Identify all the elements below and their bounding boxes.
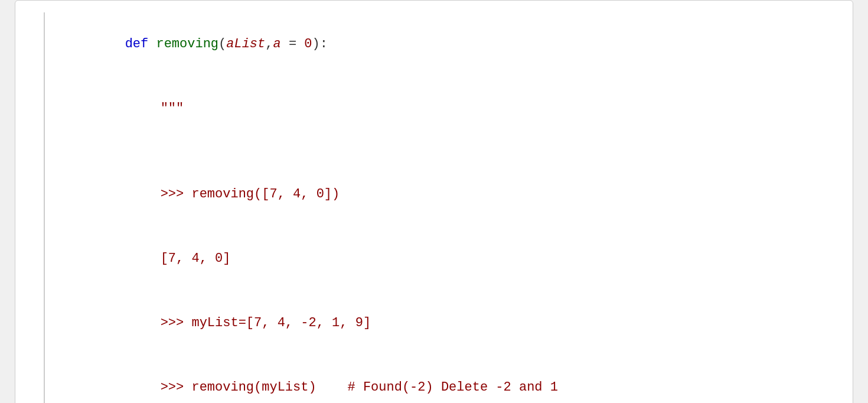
output-1: [7, 4, 0] [161,251,231,266]
gutter [15,12,45,403]
code-block: def removing(aList,a = 0): """ >>> remov… [15,12,853,403]
param-alist: aList [226,37,265,51]
punc-comma: , [265,37,273,51]
prompt-3: >>> removing(myList) # Found(-2) Delete … [161,380,558,395]
prompt-1: >>> removing([7, 4, 0]) [161,187,340,202]
param-a: a [273,37,280,51]
code-line-7: >>> removing(myList) # Found(-2) Delete … [63,356,835,403]
default-value: 0 [304,37,312,51]
code-line-3 [63,141,835,162]
code-container: def removing(aList,a = 0): """ >>> remov… [15,0,853,403]
punc-equals: = [281,37,305,51]
code-content: def removing(aList,a = 0): """ >>> remov… [45,12,853,403]
code-line-6: >>> myList=[7, 4, -2, 1, 9] [63,291,835,356]
keyword-def: def [125,37,156,51]
punc-close: ): [312,37,328,51]
prompt-2: >>> myList=[7, 4, -2, 1, 9] [161,316,371,330]
docstring-open: """ [161,101,184,116]
code-line-5: [7, 4, 0] [63,227,835,291]
code-line-1: def removing(aList,a = 0): [63,12,835,77]
code-line-4: >>> removing([7, 4, 0]) [63,162,835,227]
punc-open-paren: ( [218,37,226,51]
function-name: removing [156,37,218,51]
code-line-2: """ [63,77,835,141]
